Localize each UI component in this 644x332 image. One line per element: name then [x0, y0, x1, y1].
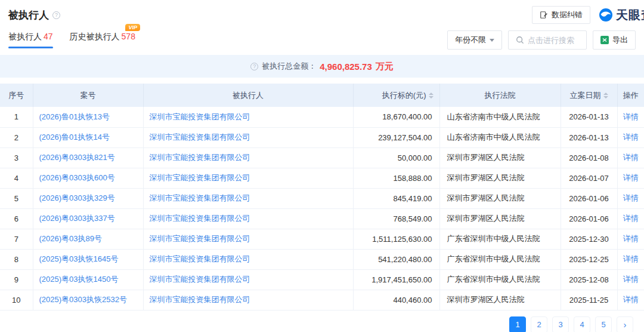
search-input[interactable] [528, 36, 579, 45]
action-cell: 详情 [617, 127, 644, 147]
amount-cell: 768,549.00 [353, 208, 439, 229]
filing-date-cell: 2026-01-08 [561, 147, 617, 168]
case-number-link[interactable]: (2026)鲁01执恢14号 [39, 133, 110, 142]
detail-link[interactable]: 详情 [623, 275, 639, 284]
executee-cell: 深圳市宝能投资集团有限公司 [143, 168, 353, 188]
sort-icon[interactable] [429, 93, 434, 99]
row-index-cell: 8 [0, 249, 33, 269]
table-row: 10 (2025)粤0303执恢2532号 深圳市宝能投资集团有限公司 440,… [0, 290, 644, 310]
pagination: 12345 › [0, 316, 644, 332]
detail-link[interactable]: 详情 [623, 254, 639, 263]
row-index-cell: 4 [0, 168, 33, 188]
case-number-cell: (2025)粤03执恢1645号 [33, 249, 143, 269]
detail-link[interactable]: 详情 [623, 153, 639, 162]
header-filing-date[interactable]: 立案日期 [561, 84, 617, 107]
search-box[interactable] [508, 30, 587, 50]
table-row: 8 (2025)粤03执恢1645号 深圳市宝能投资集团有限公司 541,220… [0, 249, 644, 269]
export-button[interactable]: 导出 [593, 30, 636, 50]
filing-date-cell: 2025-12-25 [561, 249, 617, 269]
detail-link[interactable]: 详情 [623, 112, 639, 121]
help-icon[interactable] [52, 11, 60, 19]
row-index-cell: 1 [0, 107, 33, 127]
page-button-3[interactable]: 3 [552, 316, 569, 332]
executee-link[interactable]: 深圳市宝能投资集团有限公司 [150, 173, 250, 182]
detail-link[interactable]: 详情 [623, 214, 639, 223]
data-correction-button[interactable]: 数据纠错 [532, 6, 590, 24]
page-button-2[interactable]: 2 [531, 316, 547, 332]
row-index-cell: 2 [0, 127, 33, 147]
table-row: 4 (2026)粤0303执600号 深圳市宝能投资集团有限公司 158,888… [0, 168, 644, 188]
executee-link[interactable]: 深圳市宝能投资集团有限公司 [150, 295, 250, 304]
case-number-link[interactable]: (2026)粤0303执821号 [39, 153, 115, 162]
detail-link[interactable]: 详情 [623, 193, 639, 202]
data-correction-label: 数据纠错 [552, 10, 583, 20]
edit-document-icon [540, 11, 548, 19]
executee-link[interactable]: 深圳市宝能投资集团有限公司 [150, 133, 250, 142]
row-index-cell: 6 [0, 208, 33, 229]
detail-link[interactable]: 详情 [623, 133, 639, 142]
detail-link[interactable]: 详情 [623, 173, 639, 182]
court-cell: 广东省深圳市中级人民法院 [439, 249, 561, 269]
case-number-cell: (2026)鲁01执恢14号 [33, 127, 143, 147]
tab-count: 47 [44, 32, 53, 41]
case-number-cell: (2026)粤0303执821号 [33, 147, 143, 168]
pagination-pages: 12345 [504, 316, 612, 332]
action-cell: 详情 [617, 269, 644, 290]
executee-link[interactable]: 深圳市宝能投资集团有限公司 [150, 214, 250, 223]
tab-count: 578 [122, 32, 135, 41]
action-cell: 详情 [617, 208, 644, 229]
tianyancha-logo[interactable]: 天眼查 [599, 7, 644, 23]
executee-link[interactable]: 深圳市宝能投资集团有限公司 [150, 153, 250, 162]
chevron-down-icon [490, 39, 494, 42]
case-number-link[interactable]: (2025)粤0303执恢2532号 [39, 295, 127, 304]
page-button-5[interactable]: 5 [595, 316, 612, 332]
header-court: 执行法院 [439, 84, 561, 107]
executee-cell: 深圳市宝能投资集团有限公司 [143, 290, 353, 310]
export-label: 导出 [612, 35, 628, 45]
case-number-link[interactable]: (2026)粤0303执600号 [39, 173, 115, 182]
case-number-link[interactable]: (2026)粤03执89号 [39, 234, 103, 243]
tab-history-executee[interactable]: 历史被执行人578 VIP [70, 32, 135, 48]
header-executee: 被执行人 [143, 84, 353, 107]
executee-link[interactable]: 深圳市宝能投资集团有限公司 [150, 112, 250, 121]
year-filter-dropdown[interactable]: 年份不限 [447, 30, 502, 50]
case-number-link[interactable]: (2026)粤0303执329号 [39, 193, 115, 202]
logo-text: 天眼查 [616, 7, 644, 23]
help-icon[interactable] [250, 63, 258, 70]
page-button-1[interactable]: 1 [509, 316, 526, 332]
case-number-link[interactable]: (2026)鲁01执恢13号 [39, 112, 110, 121]
tianyancha-eye-icon [599, 8, 613, 22]
tab-current-executee[interactable]: 被执行人47 [8, 32, 53, 48]
amount-cell: 541,220,480.00 [353, 249, 439, 269]
court-cell: 深圳市罗湖区人民法院 [439, 168, 561, 188]
case-number-cell: (2026)粤0303执329号 [33, 188, 143, 208]
next-page-button[interactable]: › [617, 316, 633, 332]
excel-export-icon [600, 36, 609, 44]
table-row: 5 (2026)粤0303执329号 深圳市宝能投资集团有限公司 845,419… [0, 188, 644, 208]
executee-link[interactable]: 深圳市宝能投资集团有限公司 [150, 234, 250, 243]
executee-link[interactable]: 深圳市宝能投资集团有限公司 [150, 193, 250, 202]
page-button-4[interactable]: 4 [574, 316, 590, 332]
tabs-row: 被执行人47 历史被执行人578 VIP 年份不限 导出 [0, 29, 644, 51]
total-amount-label: 被执行总金额： [262, 61, 316, 72]
executee-cell: 深圳市宝能投资集团有限公司 [143, 147, 353, 168]
action-cell: 详情 [617, 147, 644, 168]
row-index-cell: 10 [0, 290, 33, 310]
case-number-link[interactable]: (2025)粤03执恢1450号 [39, 275, 119, 284]
case-number-cell: (2026)粤0303执600号 [33, 168, 143, 188]
detail-link[interactable]: 详情 [623, 234, 639, 243]
case-number-link[interactable]: (2026)粤0303执337号 [39, 214, 115, 223]
case-number-cell: (2026)鲁01执恢13号 [33, 107, 143, 127]
executee-link[interactable]: 深圳市宝能投资集团有限公司 [150, 254, 250, 263]
case-number-link[interactable]: (2025)粤03执恢1645号 [39, 254, 119, 263]
detail-link[interactable]: 详情 [623, 295, 639, 304]
filing-date-cell: 2026-01-13 [561, 107, 617, 127]
table-row: 6 (2026)粤0303执337号 深圳市宝能投资集团有限公司 768,549… [0, 208, 644, 229]
executee-link[interactable]: 深圳市宝能投资集团有限公司 [150, 275, 250, 284]
header-bar: 被执行人 数据纠错 天眼查 [0, 0, 644, 24]
table-row: 9 (2025)粤03执恢1450号 深圳市宝能投资集团有限公司 1,917,4… [0, 269, 644, 290]
header-amount[interactable]: 执行标的(元) [353, 84, 439, 107]
amount-cell: 158,888.00 [353, 168, 439, 188]
sort-icon[interactable] [603, 93, 608, 99]
executee-table: 序号 案号 被执行人 执行标的(元) 执行法院 立案日期 操作 1 (2026)… [0, 84, 644, 311]
